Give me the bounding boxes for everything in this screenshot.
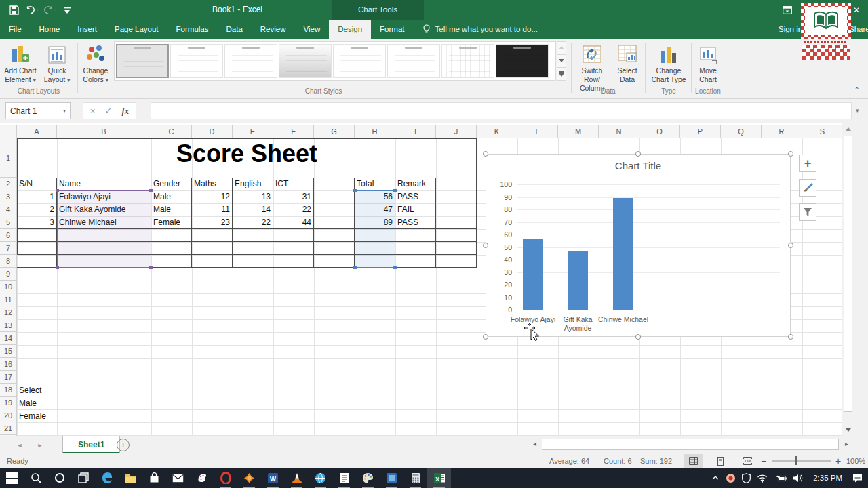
cancel-formula-icon[interactable]: × — [90, 106, 96, 116]
chart-resize-handle[interactable] — [483, 151, 488, 157]
hidden-icons-chevron-icon[interactable] — [711, 474, 719, 481]
cell-G6[interactable] — [314, 229, 355, 242]
row-header-4[interactable]: 4 — [0, 203, 17, 216]
cell-B8[interactable] — [57, 255, 151, 268]
chart-styles-button[interactable] — [799, 179, 816, 197]
name-box[interactable]: Chart 1▾ — [5, 102, 71, 119]
zoom-out-button[interactable]: − — [761, 453, 766, 468]
chart-style-3[interactable] — [224, 44, 277, 78]
taskbar-icon-file-explorer[interactable] — [119, 468, 142, 488]
taskbar-clock[interactable]: 2:35 PM — [809, 474, 846, 482]
action-center-icon[interactable] — [852, 473, 863, 483]
taskbar-icon-start[interactable] — [0, 468, 24, 488]
cell-G3[interactable] — [314, 190, 355, 203]
column-header-L[interactable]: L — [517, 125, 558, 138]
cell-A18[interactable]: Select — [17, 384, 98, 396]
cell-A20[interactable]: Female — [17, 409, 98, 422]
cell-A7[interactable] — [17, 242, 57, 255]
cell-B3[interactable]: Folawiyo Ajayi — [57, 190, 151, 203]
gallery-more-icon[interactable] — [557, 68, 566, 81]
cell-H3[interactable]: 56 — [355, 190, 395, 203]
chart-resize-handle[interactable] — [635, 151, 641, 157]
column-header-C[interactable]: C — [151, 125, 192, 138]
column-header-D[interactable]: D — [192, 125, 233, 138]
chart-bar-2[interactable] — [568, 251, 588, 310]
cell-D5[interactable]: 23 — [192, 216, 233, 229]
taskbar-icon-store[interactable] — [142, 468, 166, 488]
cell-C5[interactable]: Female — [151, 216, 192, 229]
tab-view[interactable]: View — [295, 20, 330, 39]
insert-function-icon[interactable]: fx — [122, 106, 130, 117]
taskbar-icon-mail[interactable] — [166, 468, 190, 488]
cell-I7[interactable] — [395, 242, 436, 255]
cell-H8[interactable] — [355, 255, 395, 268]
row-header-6[interactable]: 6 — [0, 229, 17, 242]
row-header-7[interactable]: 7 — [0, 242, 17, 255]
cell-C6[interactable] — [151, 229, 192, 242]
cell-E7[interactable] — [233, 242, 273, 255]
taskbar-icon-search[interactable] — [24, 468, 47, 488]
cell-A19[interactable]: Male — [17, 396, 98, 409]
cell-H6[interactable] — [355, 229, 395, 242]
column-header-S[interactable]: S — [802, 125, 843, 138]
zoom-slider[interactable] — [772, 460, 831, 462]
chart-style-7[interactable] — [441, 44, 494, 78]
tab-format[interactable]: Format — [371, 20, 413, 39]
taskbar-icon-vlc[interactable] — [285, 468, 309, 488]
add-chart-element-button[interactable]: Add Chart Element ▾ — [1, 41, 39, 94]
cell-E5[interactable]: 22 — [233, 216, 273, 229]
taskbar-icon-notepad[interactable] — [332, 468, 356, 488]
tab-design[interactable]: Design — [329, 20, 371, 39]
row-header-2[interactable]: 2 — [0, 178, 17, 190]
page-break-preview-button[interactable] — [738, 454, 757, 468]
cell-E6[interactable] — [233, 229, 273, 242]
gallery-scroll-up-icon[interactable] — [557, 41, 566, 54]
cell-D3[interactable]: 12 — [192, 190, 233, 203]
taskbar-icon-edge[interactable] — [95, 468, 119, 488]
horizontal-scrollbar[interactable]: ◄ ► — [529, 438, 853, 451]
taskbar-icon-cortana[interactable] — [47, 468, 71, 488]
cell-I3[interactable]: PASS — [395, 190, 436, 203]
change-chart-type-button[interactable]: Change Chart Type — [648, 41, 689, 94]
row-header-1[interactable]: 1 — [0, 138, 17, 178]
tab-page-layout[interactable]: Page Layout — [106, 20, 167, 39]
gallery-scroll-down-icon[interactable] — [557, 54, 566, 67]
select-data-button[interactable]: Select Data — [612, 41, 643, 94]
cell-F4[interactable]: 22 — [273, 203, 314, 216]
row-header-20[interactable]: 20 — [0, 409, 17, 422]
row-header-9[interactable]: 9 — [0, 268, 17, 281]
recorder-icon[interactable] — [726, 473, 736, 483]
column-header-E[interactable]: E — [233, 125, 273, 138]
column-header-R[interactable]: R — [762, 125, 802, 138]
cell-I8[interactable] — [395, 255, 436, 268]
cell-E2[interactable]: English — [233, 178, 273, 190]
column-header-F[interactable]: F — [273, 125, 314, 138]
row-header-12[interactable]: 12 — [0, 306, 17, 319]
column-header-H[interactable]: H — [355, 125, 395, 138]
volume-icon[interactable] — [793, 474, 803, 483]
cell-I4[interactable]: FAIL — [395, 203, 436, 216]
cell-B2[interactable]: Name — [57, 178, 151, 190]
expand-formula-bar-icon[interactable]: ▾ — [856, 107, 859, 114]
switch-row-column-button[interactable]: Switch Row/ Column — [574, 41, 610, 94]
cell-G5[interactable] — [314, 216, 355, 229]
enter-formula-icon[interactable]: ✓ — [105, 106, 113, 116]
cell-D7[interactable] — [192, 242, 233, 255]
cell-C3[interactable]: Male — [151, 190, 192, 203]
column-header-N[interactable]: N — [599, 125, 639, 138]
taskbar-icon-paint-3d[interactable] — [190, 468, 214, 488]
cell-B6[interactable] — [57, 229, 151, 242]
sheet-title-cell[interactable]: Score Sheet — [57, 140, 437, 176]
cell-G4[interactable] — [314, 203, 355, 216]
cell-A6[interactable] — [17, 229, 57, 242]
column-header-M[interactable]: M — [558, 125, 599, 138]
zoom-slider-thumb[interactable] — [795, 456, 797, 465]
taskbar-icon-task-view[interactable] — [71, 468, 95, 488]
sheet-nav-right-icon[interactable]: ► — [33, 436, 47, 453]
cell-I5[interactable]: PASS — [395, 216, 436, 229]
row-header-3[interactable]: 3 — [0, 190, 17, 203]
cell-I6[interactable] — [395, 229, 436, 242]
vertical-scrollbar-thumb[interactable] — [844, 136, 852, 412]
column-header-G[interactable]: G — [314, 125, 355, 138]
cell-E3[interactable]: 13 — [233, 190, 273, 203]
